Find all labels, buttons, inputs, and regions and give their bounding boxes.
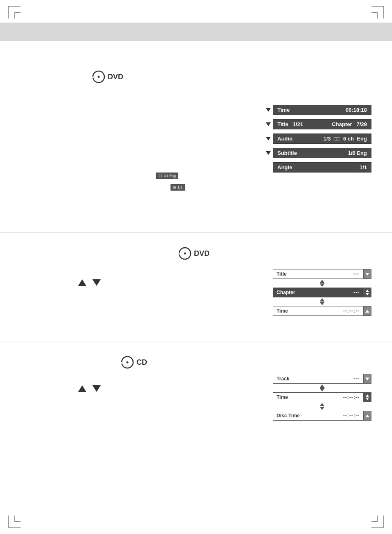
angle-status-badge: ⊟ 1/1 bbox=[171, 184, 185, 191]
title-select-dashes: --- bbox=[353, 271, 360, 277]
track-select-dashes: --- bbox=[353, 376, 360, 382]
btn-arrow-up-icon bbox=[365, 310, 369, 313]
dvd-info-panel: Time 00:18:18 Title 1/21 Chapter 7/29 Au… bbox=[265, 105, 371, 174]
cd-stepper-up-icon-2[interactable] bbox=[320, 403, 325, 406]
corner-mark bbox=[383, 6, 384, 18]
title-arrow bbox=[265, 122, 271, 126]
chapter-select-row: Chapter --- bbox=[273, 288, 371, 297]
subtitle-status-badge: ⊡ 1/1 Eng bbox=[156, 173, 178, 179]
corner-mark bbox=[383, 516, 384, 528]
title-dropdown-btn[interactable] bbox=[363, 269, 371, 279]
time-label: Time bbox=[277, 107, 290, 113]
cd-stepper-down-icon-2[interactable] bbox=[320, 407, 325, 410]
nav-up-arrow-icon[interactable] bbox=[78, 279, 86, 286]
section-divider-2 bbox=[0, 341, 392, 341]
cd-stepper-2 bbox=[273, 402, 371, 411]
chapter-btn-down-icon bbox=[366, 293, 369, 295]
btn-arrow-down-icon bbox=[365, 273, 369, 276]
title-select-label: Title bbox=[277, 271, 286, 277]
dvd-time-select-row: Time --:--:-- bbox=[273, 306, 371, 316]
cd-stepper-1 bbox=[273, 384, 371, 392]
cd-stepper-arrows-1 bbox=[320, 384, 325, 391]
chapter-btn-up-icon bbox=[366, 290, 369, 292]
cd-logo: CD bbox=[119, 355, 147, 370]
corner-mark bbox=[371, 527, 384, 528]
inner-corner-mark bbox=[14, 12, 15, 18]
time-value: 00:18:18 bbox=[346, 107, 367, 113]
subtitle-info-row: Subtitle 1/6 Eng bbox=[265, 148, 371, 158]
stepper-down-icon[interactable] bbox=[320, 283, 325, 287]
subtitle-info-box: Subtitle 1/6 Eng bbox=[273, 148, 371, 158]
audio-value: 1/3 □□ 6 ch Eng bbox=[323, 136, 367, 142]
title-chapter-info-box: Title 1/21 Chapter 7/29 bbox=[273, 119, 371, 129]
dvd-text: DVD bbox=[108, 73, 123, 81]
inner-corner-mark bbox=[14, 516, 15, 522]
dvd-logo-section2: DVD bbox=[177, 246, 210, 261]
title-select-row: Title --- bbox=[273, 269, 371, 279]
audio-label: Audio bbox=[277, 136, 293, 142]
corner-mark bbox=[8, 6, 9, 18]
dvd-time-select-box: Time --:--:-- bbox=[273, 306, 363, 316]
cd-time-btn-up-icon bbox=[366, 394, 369, 397]
inner-corner-mark bbox=[371, 12, 378, 13]
cd-select-panel: Track --- Time --:--:-- bbox=[273, 374, 371, 421]
cd-time-select-label: Time bbox=[277, 394, 288, 400]
subtitle-icon: ⊡ bbox=[159, 174, 162, 178]
arrow-down-icon bbox=[266, 151, 271, 155]
cd-time-select-row: Time --:--:-- bbox=[273, 392, 371, 402]
cd-nav-arrows[interactable] bbox=[78, 385, 101, 392]
dvd-text-2: DVD bbox=[194, 249, 210, 258]
chapter-select-label: Chapter bbox=[277, 290, 295, 295]
cd-time-updown-btn[interactable] bbox=[363, 392, 371, 402]
dvd-time-up-btn[interactable] bbox=[363, 306, 371, 316]
subtitle-status-text: 1/1 Eng bbox=[163, 174, 176, 178]
stepper-down-icon-2[interactable] bbox=[320, 302, 325, 305]
disc-time-select-box: Disc Time --:--:-- bbox=[273, 411, 363, 421]
subtitle-arrow bbox=[265, 151, 271, 155]
dvd-nav-arrows[interactable] bbox=[78, 279, 101, 286]
cd-nav-up-arrow-icon[interactable] bbox=[78, 385, 86, 392]
stepper-arrows-2 bbox=[320, 298, 325, 305]
dvd-logo-section1: DVD bbox=[90, 70, 123, 84]
cd-text: CD bbox=[136, 358, 147, 367]
stepper-2 bbox=[273, 297, 371, 306]
stepper-1 bbox=[273, 279, 371, 288]
chapter-select-box: Chapter --- bbox=[273, 288, 363, 297]
cd-stepper-up-icon[interactable] bbox=[320, 384, 325, 388]
nav-down-arrow-icon[interactable] bbox=[92, 279, 101, 286]
stepper-up-icon-2[interactable] bbox=[320, 298, 325, 302]
inner-corner-mark bbox=[377, 516, 378, 522]
chapter-updown-btn[interactable] bbox=[363, 288, 371, 297]
title-label: Title 1/21 bbox=[277, 121, 303, 127]
cd-stepper-arrows-2 bbox=[320, 403, 325, 410]
angle-info-box: Angle 1/1 bbox=[273, 162, 371, 173]
time-info-box: Time 00:18:18 bbox=[273, 105, 371, 115]
stepper-up-icon[interactable] bbox=[320, 280, 325, 283]
arrow-down-icon bbox=[266, 122, 271, 126]
time-info-row: Time 00:18:18 bbox=[265, 105, 371, 115]
dvd-select-panel: Title --- Chapter --- bbox=[273, 269, 371, 316]
cd-time-select-dashes: --:--:-- bbox=[343, 394, 360, 400]
cd-time-btn-arrows bbox=[366, 394, 369, 400]
cd-nav-down-arrow-icon[interactable] bbox=[92, 385, 101, 392]
title-select-box: Title --- bbox=[273, 269, 363, 279]
inner-corner-mark bbox=[377, 12, 378, 18]
angle-value: 1/1 bbox=[360, 164, 367, 170]
disc-time-btn-up-icon bbox=[365, 414, 369, 417]
track-select-label: Track bbox=[277, 376, 289, 382]
section-divider-1 bbox=[0, 232, 392, 232]
arrow-down-icon bbox=[266, 108, 271, 112]
title-chapter-info-row: Title 1/21 Chapter 7/29 bbox=[265, 119, 371, 129]
arrow-down-icon bbox=[266, 137, 271, 140]
cd-time-btn-down-icon bbox=[366, 398, 369, 400]
corner-mark bbox=[8, 6, 21, 7]
disc-time-up-btn[interactable] bbox=[363, 411, 371, 421]
time-arrow bbox=[265, 108, 271, 112]
svg-point-1 bbox=[98, 76, 100, 78]
disc-time-select-label: Disc Time bbox=[277, 413, 300, 419]
track-dropdown-btn[interactable] bbox=[363, 374, 371, 384]
corner-mark bbox=[8, 527, 21, 528]
chapter-select-dashes: --- bbox=[353, 290, 360, 295]
stepper-arrows-1 bbox=[320, 280, 325, 287]
cd-stepper-down-icon[interactable] bbox=[320, 388, 325, 391]
